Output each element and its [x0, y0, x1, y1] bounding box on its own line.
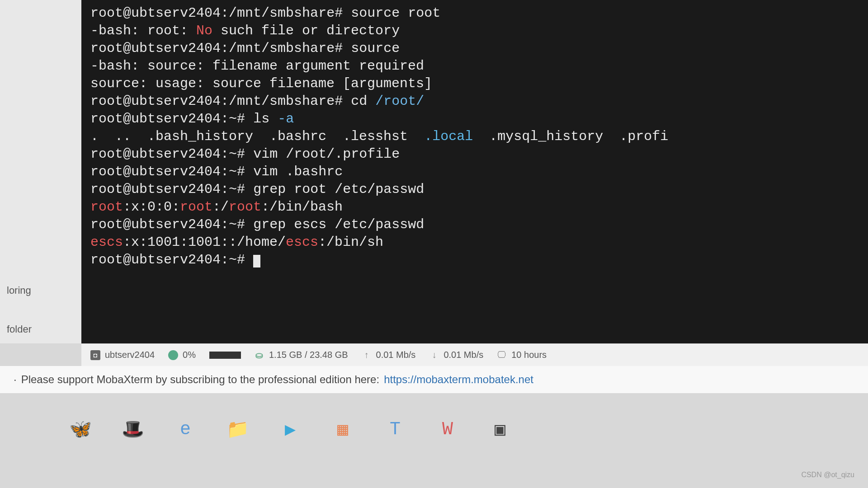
cursor	[253, 255, 260, 267]
butterfly-icon[interactable]: 🦋	[68, 417, 93, 442]
download-label: 0.01 Mb/s	[443, 350, 483, 360]
edge-icon[interactable]: e	[173, 417, 198, 442]
status-hostname: ◘ ubtserv2404	[90, 350, 155, 360]
terminal-output[interactable]: root@ubtserv2404:/mnt/smbshare# source r…	[81, 0, 868, 343]
terminal-line: root@ubtserv2404:~# grep root /etc/passw…	[90, 181, 859, 198]
terminal-line: . .. .bash_history .bashrc .lesshst .loc…	[90, 128, 859, 145]
bullet-icon: ·	[14, 373, 17, 386]
status-uptime: 🖵 10 hours	[497, 350, 547, 360]
server-icon: ◘	[90, 350, 100, 360]
terminal-line: root@ubtserv2404:/mnt/smbshare# source	[90, 40, 859, 57]
status-upload: ↑ 0.01 Mb/s	[362, 350, 416, 360]
cpu-label: 0%	[183, 350, 196, 360]
terminal-line: root@ubtserv2404:/mnt/smbshare# cd /root…	[90, 93, 859, 110]
terminal-line: source: usage: source filename [argument…	[90, 75, 859, 93]
support-bar: · Please support MobaXterm by subscribin…	[0, 366, 868, 393]
sidebar-item-monitoring[interactable]: loring	[5, 271, 81, 310]
hat-icon[interactable]: 🎩	[120, 417, 146, 442]
terminal-line: root@ubtserv2404:~# ls -a	[90, 110, 859, 128]
grid-icon[interactable]: ▦	[330, 417, 355, 442]
terminal-icon[interactable]: ▣	[487, 417, 513, 442]
play-icon[interactable]: ▶	[278, 417, 303, 442]
status-bar: ◘ ubtserv2404 0% ⛀ 1.15 GB / 23.48 GB ↑ …	[81, 343, 868, 366]
hostname-label: ubtserv2404	[105, 350, 155, 360]
status-mem: ⛀ 1.15 GB / 23.48 GB	[255, 350, 348, 360]
uptime-label: 10 hours	[511, 350, 547, 360]
upload-icon: ↑	[362, 350, 372, 360]
disk-icon: ⛀	[255, 350, 264, 360]
terminal-line: escs:x:1001:1001::/home/escs:/bin/sh	[90, 234, 859, 251]
terminal-line: root@ubtserv2404:~# grep escs /etc/passw…	[90, 216, 859, 234]
support-text: Please support MobaXterm by subscribing …	[21, 373, 379, 386]
taskbar: 🦋🎩e📁▶▦TW▣	[0, 407, 868, 452]
t-icon[interactable]: T	[382, 417, 408, 442]
clock-icon: 🖵	[497, 350, 507, 360]
terminal-line: root:x:0:0:root:/root:/bin/bash	[90, 198, 859, 216]
terminal-line: -bash: source: filename argument require…	[90, 57, 859, 75]
sidebar: loring folder	[0, 0, 81, 343]
status-mem-bar	[209, 352, 241, 359]
terminal-line: root@ubtserv2404:~#	[90, 251, 859, 269]
folder-icon[interactable]: 📁	[225, 417, 250, 442]
mem-label: 1.15 GB / 23.48 GB	[269, 350, 348, 360]
upload-label: 0.01 Mb/s	[376, 350, 416, 360]
status-cpu: 0%	[168, 350, 196, 360]
support-link[interactable]: https://mobaxterm.mobatek.net	[384, 373, 533, 386]
download-icon: ↓	[429, 350, 439, 360]
terminal-line: root@ubtserv2404:~# vim /root/.profile	[90, 145, 859, 163]
terminal-line: root@ubtserv2404:~# vim .bashrc	[90, 163, 859, 181]
watermark: CSDN @ot_qizu	[801, 471, 854, 479]
cpu-icon	[168, 350, 178, 360]
sidebar-item-folder[interactable]: folder	[5, 310, 81, 349]
w-icon[interactable]: W	[435, 417, 460, 442]
mem-bar-icon	[209, 352, 241, 359]
status-download: ↓ 0.01 Mb/s	[429, 350, 483, 360]
terminal-line: -bash: root: No such file or directory	[90, 22, 859, 40]
terminal-line: root@ubtserv2404:/mnt/smbshare# source r…	[90, 5, 859, 22]
